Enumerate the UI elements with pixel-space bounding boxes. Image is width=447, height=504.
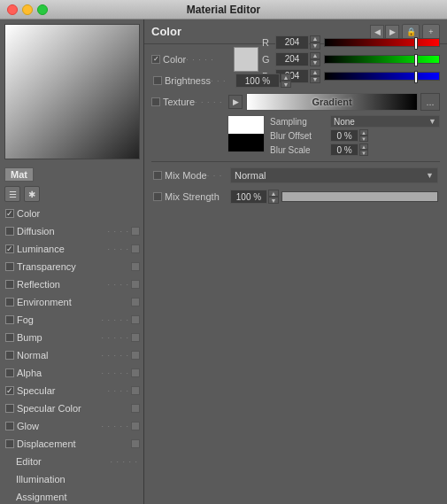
mix-strength-checkbox[interactable] xyxy=(153,192,162,201)
channel-item-luminance[interactable]: Luminance· · · · xyxy=(0,240,143,258)
channel-checkbox-1[interactable] xyxy=(5,227,14,236)
mix-strength-up[interactable]: ▲ xyxy=(268,190,279,197)
blur-scale-up[interactable]: ▲ xyxy=(359,143,368,150)
channel-name-10: Specular xyxy=(17,385,105,396)
channel-checkbox-4[interactable] xyxy=(5,280,14,289)
title-bar: Material Editor xyxy=(0,0,447,19)
section-title: Color xyxy=(151,25,181,38)
channel-checkbox-8[interactable] xyxy=(5,351,14,360)
material-preview xyxy=(4,24,140,159)
channel-indicator-7 xyxy=(131,333,140,342)
channel-indicator-12 xyxy=(131,422,140,430)
channel-dots-1: · · · · xyxy=(107,227,129,236)
brightness-step-down[interactable]: ▼ xyxy=(281,81,291,88)
mix-strength-row: Mix Strength ▲ ▼ xyxy=(151,187,440,206)
mix-mode-checkbox[interactable] xyxy=(153,171,162,180)
more-button[interactable]: ... xyxy=(420,93,440,111)
channel-item-environment[interactable]: Environment xyxy=(0,293,143,311)
b-slider[interactable] xyxy=(324,72,440,81)
channel-name-2: Luminance xyxy=(17,244,105,254)
r-step-down[interactable]: ▼ xyxy=(310,43,320,50)
channel-checkbox-11[interactable] xyxy=(5,404,14,413)
mix-strength-input[interactable] xyxy=(230,190,267,204)
channel-name-9: Alpha xyxy=(17,368,99,378)
toolbar-button-2[interactable]: ✱ xyxy=(24,186,40,202)
mat-tab: Mat xyxy=(4,166,143,183)
r-input[interactable] xyxy=(275,35,309,50)
color-checkbox[interactable] xyxy=(151,55,160,64)
channel-name-1: Diffusion xyxy=(17,226,105,236)
channel-item-specular-color[interactable]: Specular Color xyxy=(0,399,143,417)
b-step-down[interactable]: ▼ xyxy=(310,76,320,83)
channel-checkbox-6[interactable] xyxy=(5,315,14,324)
channel-item-transparency[interactable]: Transparency xyxy=(0,258,143,275)
channel-indicator-6 xyxy=(131,315,140,324)
blur-scale-down[interactable]: ▼ xyxy=(359,150,368,156)
g-step-down[interactable]: ▼ xyxy=(310,59,320,66)
channel-name-0: Color xyxy=(17,208,136,219)
bottom-item-assignment[interactable]: Assignment xyxy=(0,488,143,504)
channel-dots-8: · · · · · xyxy=(101,351,129,360)
channel-checkbox-10[interactable] xyxy=(5,386,14,395)
g-step-up[interactable]: ▲ xyxy=(310,52,320,59)
blur-offset-down[interactable]: ▼ xyxy=(359,136,368,142)
toolbar-button-1[interactable]: ☰ xyxy=(4,186,20,202)
blur-scale-input[interactable] xyxy=(330,143,358,156)
blur-offset-row: Blur Offset ▲ ▼ xyxy=(270,129,440,142)
channel-checkbox-2[interactable] xyxy=(5,244,14,253)
r-step-up[interactable]: ▲ xyxy=(310,35,320,43)
blur-offset-input[interactable] xyxy=(330,129,358,142)
channel-item-color[interactable]: Color xyxy=(0,205,143,222)
b-step-up[interactable]: ▲ xyxy=(310,69,320,76)
channel-item-diffusion[interactable]: Diffusion· · · · xyxy=(0,222,143,240)
sampling-select[interactable]: None ▼ xyxy=(330,115,440,128)
brightness-input[interactable] xyxy=(235,74,280,88)
divider xyxy=(151,161,440,162)
brightness-label: Brightness · · · xyxy=(165,75,235,86)
channel-checkbox-12[interactable] xyxy=(5,422,14,430)
sampling-area: Sampling None ▼ Blur Offset ▲ ▼ xyxy=(227,115,440,158)
channel-indicator-8 xyxy=(131,351,140,360)
texture-arrow-button[interactable]: ▶ xyxy=(228,95,243,109)
channel-checkbox-3[interactable] xyxy=(5,262,14,271)
bottom-item-illumination[interactable]: Illumination xyxy=(0,470,143,488)
channel-item-displacement[interactable]: Displacement xyxy=(0,435,143,453)
color-swatch[interactable] xyxy=(234,47,258,72)
blur-offset-up[interactable]: ▲ xyxy=(359,129,368,136)
color-section: Color · · · · · R ▲ ▼ xyxy=(144,44,447,212)
channel-item-glow[interactable]: Glow· · · · · xyxy=(0,417,143,435)
channel-checkbox-7[interactable] xyxy=(5,333,14,342)
bottom-item-editor[interactable]: Editor· · · · · xyxy=(0,453,143,470)
channel-checkbox-9[interactable] xyxy=(5,368,14,377)
color-label: Color · · · · · xyxy=(163,54,234,65)
channel-dots-6: · · · · · xyxy=(101,315,129,324)
close-button[interactable] xyxy=(7,4,18,15)
channel-indicator-9 xyxy=(131,368,140,377)
maximize-button[interactable] xyxy=(37,4,48,15)
blur-scale-row: Blur Scale ▲ ▼ xyxy=(270,143,440,156)
channel-name-4: Reflection xyxy=(17,279,105,290)
channel-item-bump[interactable]: Bump· · · · · xyxy=(0,329,143,346)
brightness-checkbox[interactable] xyxy=(153,76,162,85)
channel-checkbox-13[interactable] xyxy=(5,439,14,448)
mix-mode-select[interactable]: Normal ▼ xyxy=(230,167,438,183)
channel-item-reflection[interactable]: Reflection· · · · xyxy=(0,275,143,293)
brightness-step-up[interactable]: ▲ xyxy=(281,74,291,81)
channel-item-specular[interactable]: Specular· · · · xyxy=(0,382,143,399)
channel-item-fog[interactable]: Fog· · · · · xyxy=(0,311,143,329)
window-controls[interactable] xyxy=(7,4,48,15)
mix-strength-down[interactable]: ▼ xyxy=(268,197,279,204)
channel-checkbox-5[interactable] xyxy=(5,298,14,306)
channel-name-11: Specular Color xyxy=(17,403,127,414)
minimize-button[interactable] xyxy=(22,4,33,15)
g-input[interactable] xyxy=(275,52,309,66)
r-slider[interactable] xyxy=(324,38,440,47)
g-slider[interactable] xyxy=(324,55,440,64)
gradient-button[interactable]: Gradient xyxy=(246,93,418,111)
channel-checkbox-0[interactable] xyxy=(5,209,14,218)
channel-item-normal[interactable]: Normal· · · · · xyxy=(0,346,143,364)
mat-label[interactable]: Mat xyxy=(4,167,34,182)
texture-checkbox[interactable] xyxy=(151,97,160,106)
g-stepper: ▲ ▼ xyxy=(310,52,320,66)
channel-item-alpha[interactable]: Alpha· · · · · xyxy=(0,364,143,382)
